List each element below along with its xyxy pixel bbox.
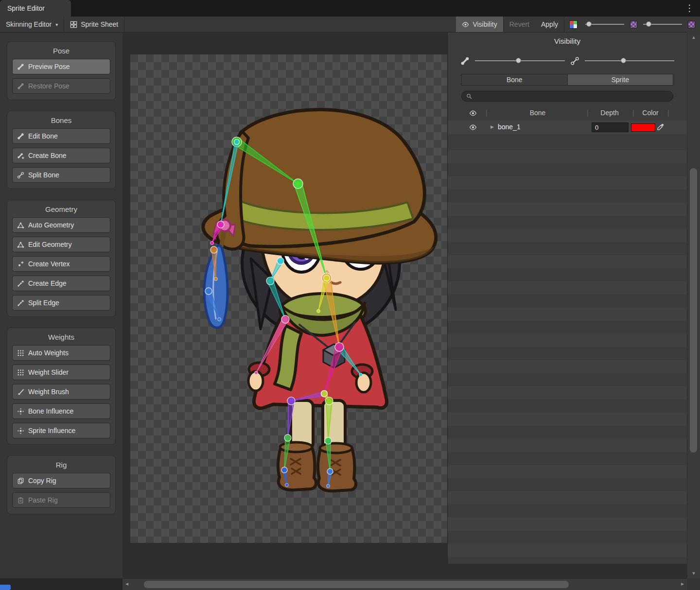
mip-slider[interactable] <box>585 21 624 28</box>
visibility-panel-title: Visibility <box>448 37 687 45</box>
rgb-channels-icon[interactable] <box>569 20 578 29</box>
tab-bone[interactable]: Bone <box>461 74 568 86</box>
preview-pose-button[interactable]: Preview Pose <box>12 59 110 74</box>
button-label: Paste Rig <box>28 496 58 504</box>
sprite-sheet-button[interactable]: Sprite Sheet <box>64 17 124 32</box>
paste-rig-button[interactable]: Paste Rig <box>12 492 110 508</box>
expand-arrow-icon[interactable]: ▶ <box>490 124 494 129</box>
eyedropper-icon[interactable] <box>657 123 665 131</box>
visibility-empty-rows <box>448 137 687 564</box>
apply-button[interactable]: Apply <box>535 17 564 32</box>
split-bone-button[interactable]: Split Bone <box>12 167 110 183</box>
weight-brush-button[interactable]: Weight Brush <box>12 384 110 399</box>
auto-weights-button[interactable]: Auto Weights <box>12 345 110 361</box>
zoom-slider[interactable] <box>643 21 682 28</box>
visibility-toggle-button[interactable]: Visibility <box>456 17 503 32</box>
bone-opacity-slider[interactable] <box>475 57 565 64</box>
weight-slider-icon <box>17 369 24 376</box>
scroll-down-icon[interactable]: ▾ <box>687 570 700 576</box>
sprite-sheet-icon <box>70 21 77 28</box>
horizontal-scrollbar[interactable]: ◂ ▸ <box>122 578 687 590</box>
bone-row[interactable]: ▶ bone_1 <box>448 121 687 134</box>
mesh-opacity-icon <box>570 56 579 66</box>
auto-geometry-button[interactable]: Auto Geometry <box>12 217 110 233</box>
edit-bone-button[interactable]: Edit Bone <box>12 128 110 144</box>
preview-pose-icon <box>17 63 24 70</box>
auto-geometry-icon <box>17 222 24 229</box>
button-label: Restore Pose <box>28 82 70 90</box>
scroll-right-icon[interactable]: ▸ <box>681 580 684 587</box>
skinning-editor-label: Skinning Editor <box>6 20 52 28</box>
bone-visibility-eye-icon[interactable] <box>469 123 477 131</box>
button-label: Create Edge <box>28 279 67 287</box>
vertical-scroll-thumb[interactable] <box>690 168 697 452</box>
pose-group-title: Pose <box>12 47 110 55</box>
column-depth[interactable]: Depth <box>593 109 627 117</box>
button-label: Weight Brush <box>28 388 69 396</box>
filter-swatch-2[interactable] <box>688 21 695 28</box>
window-menu-icon[interactable]: ⋮ <box>685 2 694 14</box>
bone-depth-input[interactable] <box>592 122 629 132</box>
button-label: Bone Influence <box>28 407 73 415</box>
sprite-influence-icon <box>17 427 24 434</box>
bone-name[interactable]: bone_1 <box>498 123 521 131</box>
rig-group-title: Rig <box>12 461 110 469</box>
scroll-up-icon[interactable]: ▴ <box>687 34 700 40</box>
button-label: Split Edge <box>28 299 59 307</box>
create-bone-button[interactable]: Create Bone <box>12 148 110 163</box>
auto-weights-icon <box>17 349 24 357</box>
scroll-left-icon[interactable]: ◂ <box>125 580 128 587</box>
sprite-influence-button[interactable]: Sprite Influence <box>12 423 110 438</box>
copy-rig-icon <box>17 477 24 485</box>
button-label: Weight Slider <box>28 368 69 376</box>
vertical-scrollbar[interactable]: ▴ ▾ <box>687 32 700 578</box>
revert-button[interactable]: Revert <box>504 17 535 32</box>
bone-color-swatch[interactable] <box>631 123 655 132</box>
button-label: Create Vertex <box>28 260 70 268</box>
canvas-checkerboard[interactable] <box>130 54 447 543</box>
window-tabbar: Sprite Editor ⋮ <box>0 0 700 17</box>
tab-sprite[interactable]: Sprite <box>568 74 674 86</box>
create-bone-icon <box>17 152 24 159</box>
sprite-editor-tab[interactable]: Sprite Editor <box>0 0 71 17</box>
slider-handle[interactable] <box>586 21 592 27</box>
column-bone[interactable]: Bone <box>496 109 579 117</box>
button-label: Auto Weights <box>28 349 69 357</box>
create-vertex-button[interactable]: Create Vertex <box>12 256 110 272</box>
bottom-strip <box>0 578 122 590</box>
create-edge-button[interactable]: Create Edge <box>12 276 110 291</box>
button-label: Create Bone <box>28 152 67 159</box>
filter-swatch-1[interactable] <box>630 21 637 28</box>
toolbar-separator <box>124 17 124 32</box>
restore-pose-button[interactable]: Restore Pose <box>12 78 110 94</box>
button-label: Edit Bone <box>28 132 58 140</box>
create-vertex-icon <box>17 260 24 268</box>
button-label: Preview Pose <box>28 63 70 70</box>
copy-rig-button[interactable]: Copy Rig <box>12 473 110 488</box>
mesh-opacity-slider[interactable] <box>585 57 675 64</box>
slider-handle[interactable] <box>516 58 521 63</box>
bone-overlay[interactable] <box>130 54 447 543</box>
horizontal-scroll-thumb[interactable] <box>144 581 569 588</box>
column-color[interactable]: Color <box>637 109 664 117</box>
slider-handle[interactable] <box>621 58 626 63</box>
rig-group: Rig Copy Rig Paste Rig <box>7 455 116 514</box>
button-label: Copy Rig <box>28 477 56 485</box>
edit-geometry-button[interactable]: Edit Geometry <box>12 237 110 252</box>
split-bone-icon <box>17 172 24 179</box>
sprite-editor-window: Sprite Editor ⋮ Skinning Editor ▾ Sprite… <box>0 0 700 590</box>
bone-opacity-icon <box>460 56 470 66</box>
toolbar-separator <box>564 17 564 32</box>
split-edge-button[interactable]: Split Edge <box>12 295 110 311</box>
skinning-editor-dropdown[interactable]: Skinning Editor ▾ <box>0 17 64 32</box>
visibility-search[interactable] <box>461 91 673 102</box>
column-separator: | <box>587 109 589 117</box>
paste-rig-icon <box>17 497 24 504</box>
edit-bone-icon <box>17 133 24 140</box>
visibility-search-input[interactable] <box>475 92 668 101</box>
restore-pose-icon <box>17 83 24 90</box>
slider-handle[interactable] <box>646 21 651 27</box>
bone-influence-button[interactable]: Bone Influence <box>12 403 110 419</box>
weight-brush-icon <box>17 388 24 396</box>
weight-slider-button[interactable]: Weight Slider <box>12 364 110 380</box>
